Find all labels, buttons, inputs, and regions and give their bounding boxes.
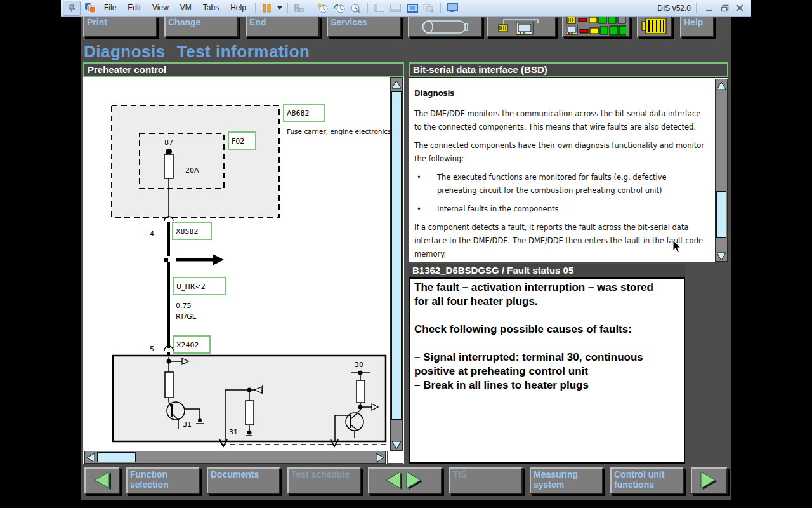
scroll-down-button[interactable] bbox=[391, 439, 402, 450]
diagram-hscroll-thumb[interactable] bbox=[97, 452, 136, 462]
suspend-vm-button[interactable] bbox=[259, 1, 275, 15]
vmware-app-icon bbox=[82, 1, 98, 15]
label-a8682[interactable]: A8682 bbox=[284, 104, 324, 121]
pin-icon bbox=[67, 4, 76, 13]
status-matrix-icon bbox=[566, 17, 626, 36]
fullscreen-button[interactable] bbox=[405, 1, 420, 15]
console-panel-icon bbox=[390, 4, 401, 12]
services-button[interactable]: Services bbox=[327, 17, 401, 37]
console-view-button[interactable] bbox=[445, 1, 460, 15]
wire-color: RT/GE bbox=[176, 312, 197, 321]
bsd-bullet-2: • Internal faults in the components bbox=[414, 203, 707, 216]
scroll-down-icon bbox=[391, 441, 402, 450]
fault-status-button[interactable] bbox=[562, 17, 630, 37]
back-button[interactable] bbox=[84, 467, 120, 494]
take-snapshot-button[interactable] bbox=[315, 1, 331, 15]
menu-edit[interactable]: Edit bbox=[122, 0, 147, 16]
bsd-info-panel: Diagnosis The DME/DDE monitors the commu… bbox=[409, 77, 728, 262]
documents-button[interactable]: Documents bbox=[207, 467, 280, 494]
help-button[interactable]: Help bbox=[680, 17, 714, 37]
minimize-icon bbox=[705, 4, 713, 12]
diagram-hscrollbar[interactable] bbox=[84, 451, 386, 464]
menu-vm[interactable]: VM bbox=[174, 0, 197, 16]
snapshot-revert-icon bbox=[334, 3, 345, 13]
forward-button[interactable] bbox=[691, 467, 728, 494]
bsd-info-text: Diagnosis The DME/DDE monitors the commu… bbox=[414, 82, 707, 262]
power-dropdown-button[interactable] bbox=[276, 1, 284, 15]
end-button[interactable]: End bbox=[246, 17, 320, 37]
scroll-right-button[interactable] bbox=[374, 452, 385, 463]
cylinder-icon bbox=[414, 18, 477, 36]
fuse-pin-87: 87 bbox=[164, 138, 173, 147]
scroll-down-button[interactable] bbox=[716, 251, 727, 262]
scroll-up-button[interactable] bbox=[716, 80, 727, 91]
toolbar-separator bbox=[255, 3, 256, 13]
svg-text:F02: F02 bbox=[232, 137, 244, 145]
label-x2402[interactable]: X2402 bbox=[173, 336, 210, 353]
change-button[interactable]: Change bbox=[164, 17, 239, 37]
prev-next-arrows-icon bbox=[381, 471, 430, 491]
measuring-system-button[interactable]: Measuring system bbox=[530, 467, 603, 494]
manage-snapshots-button[interactable] bbox=[348, 1, 363, 15]
pin-toolbar-button[interactable] bbox=[63, 1, 81, 16]
svg-text:U_HR<2: U_HR<2 bbox=[176, 283, 206, 291]
function-selection-button[interactable]: Function selection bbox=[126, 467, 200, 494]
wiring-diagram-panel: A8682 Fuse carrier, engine electronics F… bbox=[83, 77, 404, 464]
print-button[interactable]: Print bbox=[83, 17, 157, 37]
menu-view[interactable]: View bbox=[147, 0, 174, 16]
sidebar-panel-icon bbox=[374, 4, 384, 12]
revert-snapshot-button[interactable] bbox=[332, 1, 347, 15]
scroll-up-icon bbox=[391, 80, 402, 89]
control-unit-icon bbox=[641, 18, 669, 36]
diagnostic-link-button[interactable] bbox=[487, 17, 556, 37]
window-title: DIS v52.0 bbox=[657, 4, 691, 13]
bsd-bullet-1: • The executed functions are monitored f… bbox=[414, 171, 707, 197]
scroll-left-button[interactable] bbox=[85, 452, 96, 463]
fuse-carrier-caption: Fuse carrier, engine electronics bbox=[287, 128, 390, 135]
scroll-up-button[interactable] bbox=[391, 79, 402, 90]
diagram-vscrollbar[interactable] bbox=[390, 77, 403, 451]
control-unit-functions-button[interactable]: Control unit functions bbox=[610, 467, 684, 494]
bsd-paragraph-2: The connected components have their own … bbox=[414, 139, 707, 166]
restore-icon bbox=[721, 4, 729, 12]
menu-help[interactable]: Help bbox=[225, 0, 252, 16]
label-f02[interactable]: F02 bbox=[228, 132, 256, 149]
terminal-30: 30 bbox=[355, 361, 363, 369]
screen-bottom-strip bbox=[81, 500, 731, 504]
scroll-right-icon bbox=[376, 453, 384, 463]
left-panel-header: Preheater control bbox=[83, 62, 404, 77]
show-console-panel-button[interactable] bbox=[388, 1, 403, 15]
close-button[interactable] bbox=[732, 3, 747, 14]
minimize-button[interactable] bbox=[702, 3, 717, 14]
page-title-section: Diagnosis bbox=[84, 42, 166, 62]
fault-text-panel: The fault – activation interruption – wa… bbox=[409, 277, 685, 464]
vmware-titlebar: File Edit View VM Tabs Help bbox=[61, 0, 751, 17]
control-unit-button-top[interactable] bbox=[637, 17, 672, 37]
toolbar-separator bbox=[367, 3, 368, 13]
bsd-vscroll-thumb[interactable] bbox=[716, 191, 726, 238]
menu-tabs[interactable]: Tabs bbox=[197, 0, 225, 16]
scroll-left-icon bbox=[86, 453, 95, 463]
svg-text:X2402: X2402 bbox=[176, 341, 199, 349]
pin-4: 4 bbox=[150, 230, 154, 238]
prev-next-button[interactable] bbox=[368, 467, 442, 494]
page-title: Diagnosis Test information bbox=[84, 42, 310, 62]
show-library-button[interactable] bbox=[372, 1, 387, 15]
plug-monitor-icon bbox=[491, 17, 552, 36]
maximize-button[interactable] bbox=[717, 3, 732, 14]
menu-file[interactable]: File bbox=[98, 0, 122, 16]
label-x8582[interactable]: X8582 bbox=[173, 222, 211, 239]
mouse-cursor bbox=[672, 240, 683, 256]
test-schedule-button: Test schedule bbox=[287, 467, 361, 494]
pin-5: 5 bbox=[150, 345, 154, 353]
tis-button: TIS bbox=[449, 467, 523, 494]
label-u-hr[interactable]: U_HR<2 bbox=[173, 277, 226, 295]
terminal-31-left: 31 bbox=[183, 420, 192, 429]
vehicle-identification-button[interactable] bbox=[408, 17, 482, 37]
snapshot-take-icon bbox=[317, 3, 329, 13]
send-ctrl-alt-del-button[interactable] bbox=[292, 1, 307, 15]
bsd-vscrollbar[interactable] bbox=[715, 79, 728, 262]
dis-screen: Print Change End Services bbox=[81, 17, 731, 504]
unity-mode-button[interactable] bbox=[421, 1, 436, 15]
diagram-vscroll-thumb[interactable] bbox=[391, 91, 402, 420]
